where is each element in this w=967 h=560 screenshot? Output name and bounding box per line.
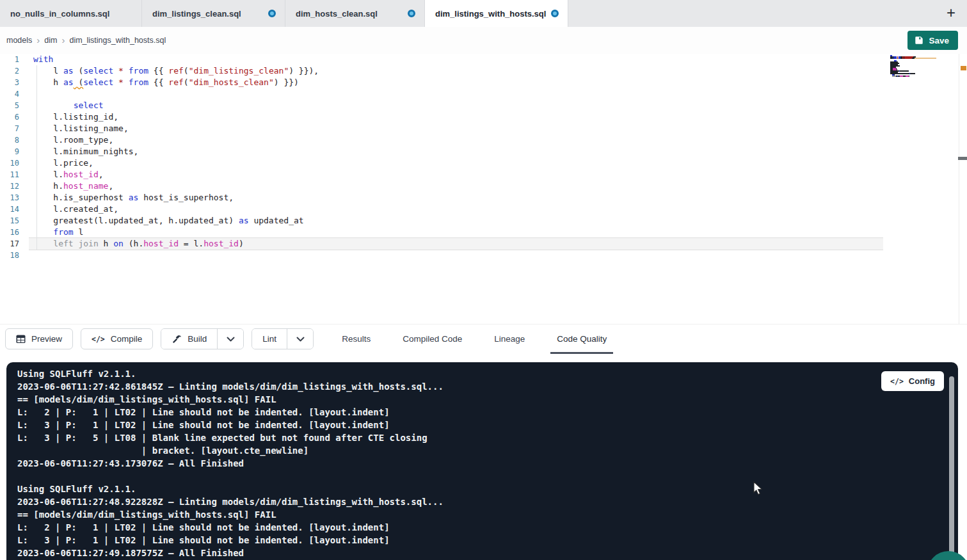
- line-number: 6: [0, 111, 19, 123]
- terminal-line: L: 3 | P: 5 | LT08 | Blank line expected…: [17, 431, 958, 444]
- config-label: Config: [909, 376, 935, 386]
- editor-tab[interactable]: dim_hosts_clean.sql: [285, 0, 425, 27]
- line-number: 16: [0, 227, 19, 238]
- code-line[interactable]: 12 h.host_name,: [0, 180, 967, 192]
- terminal-line: L: 3 | P: 1 | LT02 | Line should not be …: [17, 534, 958, 547]
- code-text: left join h on (h.host_id = l.host_id): [29, 238, 883, 250]
- chevron-down-icon: [296, 337, 305, 342]
- code-line[interactable]: 4: [0, 88, 967, 100]
- result-tab-code-quality[interactable]: Code Quality: [555, 324, 608, 354]
- code-brackets-icon: </>: [92, 335, 105, 344]
- terminal-panel: Using SQLFluff v2.1.1.2023-06-06T11:27:4…: [6, 362, 958, 560]
- new-tab-button[interactable]: +: [941, 3, 961, 22]
- code-line[interactable]: 18: [0, 250, 967, 261]
- line-number: 17: [0, 238, 19, 250]
- unsaved-dot-icon: [268, 10, 276, 17]
- compile-button[interactable]: </> Compile: [81, 328, 153, 349]
- lint-button[interactable]: Lint: [252, 329, 287, 349]
- line-number: 3: [0, 77, 19, 88]
- editor-scroll-position-marker[interactable]: [958, 157, 967, 160]
- breadcrumb: models›dim›dim_listings_with_hosts.sql: [6, 27, 166, 54]
- terminal-output: Using SQLFluff v2.1.1.2023-06-06T11:27:4…: [17, 367, 958, 559]
- indent-guide: [36, 65, 37, 250]
- terminal-line: == [models/dim/dim_listings_with_hosts.s…: [17, 393, 958, 406]
- code-line[interactable]: 5 select: [0, 100, 967, 111]
- code-text: l.price,: [29, 157, 883, 169]
- result-tabs: ResultsCompiled CodeLineageCode Quality: [340, 324, 608, 354]
- build-dropdown-button[interactable]: [217, 329, 243, 349]
- minimap[interactable]: [890, 55, 936, 78]
- save-button[interactable]: Save: [907, 31, 958, 50]
- line-number: 12: [0, 180, 19, 192]
- terminal-line: 2023-06-06T11:27:49.187575Z — All Finish…: [17, 547, 958, 559]
- code-line[interactable]: 3 h as (select * from {{ ref("dim_hosts_…: [0, 77, 967, 88]
- code-line[interactable]: 16 from l: [0, 227, 967, 238]
- editor-tab[interactable]: no_nulls_in_columns.sql: [0, 0, 142, 27]
- unsaved-dot-icon: [551, 10, 559, 17]
- line-number: 5: [0, 100, 19, 111]
- line-number: 13: [0, 192, 19, 204]
- code-brackets-icon: </>: [890, 377, 904, 386]
- code-line[interactable]: 9 l.minimum_nights,: [0, 146, 967, 157]
- code-text: greatest(l.updated_at, h.updated_at) as …: [29, 215, 883, 227]
- breadcrumb-separator-icon: ›: [61, 36, 65, 44]
- lint-dropdown-button[interactable]: [287, 329, 313, 349]
- terminal-line: | bracket. [layout.cte_newline]: [17, 444, 958, 457]
- terminal-line: == [models/dim/dim_listings_with_hosts.s…: [17, 508, 958, 521]
- breadcrumb-item[interactable]: models: [6, 36, 32, 45]
- code-line[interactable]: 6 l.listing_id,: [0, 111, 967, 123]
- terminal-line: 2023-06-06T11:27:48.922828Z — Linting mo…: [17, 495, 958, 508]
- code-text: l.created_at,: [29, 204, 883, 215]
- line-number: 15: [0, 215, 19, 227]
- result-tab-results[interactable]: Results: [340, 324, 372, 354]
- preview-button[interactable]: Preview: [5, 328, 73, 349]
- terminal-line: 2023-06-06T11:27:43.173076Z — All Finish…: [17, 457, 958, 470]
- config-button[interactable]: </> Config: [881, 371, 944, 391]
- breadcrumb-item[interactable]: dim_listings_with_hosts.sql: [69, 36, 166, 45]
- minimap-line: [890, 77, 936, 78]
- code-line[interactable]: 1with: [0, 54, 967, 65]
- dbt-ide-window: { "tabs": [ { "label": "no_nulls_in_colu…: [0, 0, 967, 560]
- code-line[interactable]: 13 h.is_superhost as host_is_superhost,: [0, 192, 967, 204]
- line-number: 7: [0, 123, 19, 134]
- unsaved-dot-icon: [408, 10, 415, 17]
- code-line[interactable]: 11 l.host_id,: [0, 169, 967, 180]
- terminal-line: L: 3 | P: 1 | LT02 | Line should not be …: [17, 419, 958, 431]
- terminal-scrollbar[interactable]: [949, 376, 954, 560]
- tab-label: no_nulls_in_columns.sql: [10, 9, 109, 19]
- code-line[interactable]: 7 l.listing_name,: [0, 123, 967, 134]
- code-line[interactable]: 17 left join h on (h.host_id = l.host_id…: [0, 238, 967, 250]
- code-text: l.listing_name,: [29, 123, 883, 134]
- tab-bar-tabs: no_nulls_in_columns.sqldim_listings_clea…: [0, 0, 568, 27]
- code-text: select: [29, 100, 883, 111]
- line-number: 1: [0, 54, 19, 65]
- build-button[interactable]: Build: [161, 329, 217, 349]
- result-tab-compiled-code[interactable]: Compiled Code: [401, 324, 463, 354]
- line-number: 14: [0, 204, 19, 215]
- code-line[interactable]: 10 l.price,: [0, 157, 967, 169]
- hammer-icon: [172, 334, 182, 344]
- save-label: Save: [929, 36, 949, 45]
- code-line[interactable]: 2 l as (select * from {{ ref("dim_listin…: [0, 65, 967, 77]
- terminal-line: L: 2 | P: 1 | LT02 | Line should not be …: [17, 521, 958, 534]
- table-icon: [16, 335, 26, 344]
- warning-marker-icon: [961, 66, 966, 70]
- code-line[interactable]: 14 l.created_at,: [0, 204, 967, 215]
- file-header-row: models›dim›dim_listings_with_hosts.sql S…: [0, 27, 967, 54]
- terminal-line: 2023-06-06T11:27:42.861845Z — Linting mo…: [17, 380, 958, 393]
- tab-label: dim_listings_clean.sql: [152, 9, 241, 19]
- line-number: 8: [0, 134, 19, 146]
- editor-scrollbar-track: [959, 54, 959, 324]
- line-number: 9: [0, 146, 19, 157]
- editor-tab[interactable]: dim_listings_clean.sql: [142, 0, 285, 27]
- code-text: l.host_id,: [29, 169, 883, 180]
- result-tab-lineage[interactable]: Lineage: [493, 324, 526, 354]
- code-line[interactable]: 15 greatest(l.updated_at, h.updated_at) …: [0, 215, 967, 227]
- editor-tab[interactable]: dim_listings_with_hosts.sql: [425, 0, 568, 27]
- preview-label: Preview: [31, 334, 62, 344]
- action-toolbar: Preview </> Compile Build Lint: [0, 324, 967, 353]
- code-line[interactable]: 8 l.room_type,: [0, 134, 967, 146]
- line-number: 11: [0, 169, 19, 180]
- code-editor[interactable]: 1with2 l as (select * from {{ ref("dim_l…: [0, 54, 967, 324]
- breadcrumb-item[interactable]: dim: [44, 36, 57, 45]
